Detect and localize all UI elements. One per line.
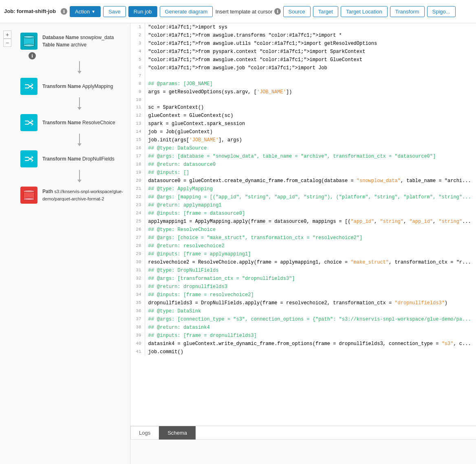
action-dropdown-arrow: ▼ [91, 9, 95, 14]
target-location-button[interactable]: Target Location [341, 6, 388, 17]
drop-null-fields-node[interactable]: Transform Name DropNullFields [0, 147, 130, 169]
transform-button[interactable]: Transform [390, 6, 425, 17]
line-number: 22 [130, 193, 145, 201]
code-line: 24## @inputs: [frame = datasource0] [130, 209, 476, 218]
code-line: 5"color:#1a7fc1;">from awsglue.context "… [130, 56, 476, 64]
code-line: 28## @return: resolvechoice2 [130, 242, 476, 250]
connector-3 [29, 133, 130, 147]
line-number: 5 [130, 56, 145, 64]
code-line: 30resolvechoice2 = ResolveChoice.apply(f… [130, 258, 476, 266]
sink-node[interactable]: Path s3://knservis-snpl-workspace/glue-d… [0, 183, 130, 205]
generate-diagram-button[interactable]: Generate diagram [160, 6, 213, 17]
line-code [145, 96, 476, 104]
line-number: 14 [130, 128, 145, 136]
schema-tab[interactable]: Schema [159, 426, 196, 440]
line-code: ## @inputs: [frame = resolvechoice2] [145, 291, 476, 299]
line-number: 37 [130, 315, 145, 323]
apply-mapping-key: Transform Name [42, 84, 81, 89]
line-number: 15 [130, 136, 145, 144]
line-number: 7 [130, 72, 145, 80]
run-job-button[interactable]: Run job [128, 6, 157, 17]
line-code: "color:#1a7fc1;">from awsglue.context "c… [145, 56, 476, 64]
tab-bar: Logs Schema [130, 426, 476, 440]
right-panel: 1"color:#1a7fc1;">import sys2"color:#1a7… [130, 23, 476, 464]
line-number: 19 [130, 169, 145, 177]
code-line: 35dropnullfields3 = DropNullFields.apply… [130, 299, 476, 307]
main-container: + − Database Name snowplow_data Table Na… [0, 23, 476, 464]
line-code: job.commit() [145, 348, 476, 356]
line-code: ## @type: ResolveChoice [145, 226, 476, 234]
code-editor[interactable]: 1"color:#1a7fc1;">import sys2"color:#1a7… [130, 23, 476, 426]
database-node[interactable]: Database Name snowplow_data Table Name a… [0, 29, 130, 51]
line-code: ## @inputs: [] [145, 169, 476, 177]
line-number: 21 [130, 185, 145, 193]
sink-icon [20, 187, 37, 204]
line-code: ## @inputs: [frame = datasource0] [145, 209, 476, 218]
line-number: 3 [130, 40, 145, 48]
drop-null-fields-icon [20, 150, 37, 167]
line-code: "color:#1a7fc1;">from awsglue.utils "col… [145, 40, 476, 48]
resolve-choice-icon [20, 114, 37, 131]
line-number: 40 [130, 340, 145, 348]
resolve-choice-node[interactable]: Transform Name ResolveChoice [0, 111, 130, 133]
line-code: "color:#1a7fc1;">import sys [145, 23, 476, 31]
code-line: 27## @args: [choice = "make_struct", tra… [130, 234, 476, 242]
code-line: 6"color:#1a7fc1;">from awsglue.job "colo… [130, 64, 476, 72]
code-line: 40datasink4 = glueContext.write_dynamic_… [130, 340, 476, 348]
zoom-out-button[interactable]: − [3, 39, 11, 47]
target-button[interactable]: Target [313, 6, 338, 17]
apply-mapping-node[interactable]: Transform Name ApplyMapping [0, 75, 130, 97]
line-number: 25 [130, 218, 145, 226]
line-code: glueContext = GlueContext(sc) [145, 112, 476, 120]
database-node-label: Database Name snowplow_data Table Name a… [42, 34, 114, 48]
line-code: sc = SparkContext() [145, 103, 476, 112]
logs-tab[interactable]: Logs [130, 426, 159, 440]
code-line: 29## @inputs: [frame = applymapping1] [130, 250, 476, 258]
line-code: ## @args: [mapping = [("app_id", "string… [145, 193, 476, 201]
zoom-in-button[interactable]: + [3, 31, 11, 39]
line-number: 4 [130, 48, 145, 56]
line-number: 2 [130, 31, 145, 40]
line-number: 30 [130, 258, 145, 266]
line-code: job = Job(glueContext) [145, 128, 476, 136]
line-number: 6 [130, 64, 145, 72]
line-number: 10 [130, 96, 145, 104]
drop-null-key: Transform Name [42, 156, 81, 162]
shuffle-icon-3 [23, 153, 35, 165]
line-code: ## @inputs: [frame = applymapping1] [145, 250, 476, 258]
bottom-tabs: Logs Schema [130, 426, 476, 464]
job-title: Job: format-shift-job [4, 8, 56, 15]
code-line: 22## @args: [mapping = [("app_id", "stri… [130, 193, 476, 201]
line-number: 9 [130, 88, 145, 96]
line-code: applymapping1 = ApplyMapping.apply(frame… [145, 218, 476, 226]
source-button[interactable]: Source [283, 6, 311, 17]
line-code: ## @return: datasource0 [145, 161, 476, 169]
line-code: "color:#1a7fc1;">from awsglue.transforms… [145, 31, 476, 40]
code-line: 11sc = SparkContext() [130, 103, 476, 112]
db-info-icon: ℹ [29, 52, 36, 59]
bottom-content [130, 440, 476, 464]
toolbar: Job: format-shift-job ℹ Action ▼ Save Ru… [0, 0, 476, 23]
code-line: 8## @params: [JOB_NAME] [130, 80, 476, 88]
line-code: datasource0 = glueContext.create_dynamic… [145, 177, 476, 185]
line-code: resolvechoice2 = ResolveChoice.apply(fra… [145, 258, 476, 266]
save-button[interactable]: Save [103, 6, 126, 17]
connector-4 [29, 169, 130, 183]
sink-label: Path s3://knservis-snpl-workspace/glue-d… [42, 188, 124, 202]
db-top-disk [23, 35, 35, 38]
apply-mapping-value: ApplyMapping [82, 84, 113, 89]
code-line: 32## @args: [transformation_ctx = "dropn… [130, 275, 476, 283]
line-code: datasink4 = glueContext.write_dynamic_fr… [145, 340, 476, 348]
line-number: 18 [130, 161, 145, 169]
code-line: 23## @return: applymapping1 [130, 201, 476, 209]
line-number: 39 [130, 332, 145, 340]
left-panel: + − Database Name snowplow_data Table Na… [0, 23, 130, 464]
code-line: 31## @type: DropNullFields [130, 266, 476, 275]
line-number: 31 [130, 266, 145, 275]
spigot-button[interactable]: Spigo... [427, 6, 456, 17]
action-button[interactable]: Action ▼ [70, 6, 101, 17]
info-icon: ℹ [61, 8, 67, 15]
code-line: 25applymapping1 = ApplyMapping.apply(fra… [130, 218, 476, 226]
code-line: 17## @args: [database = "snowplow_data",… [130, 152, 476, 161]
apply-mapping-icon [20, 78, 37, 95]
